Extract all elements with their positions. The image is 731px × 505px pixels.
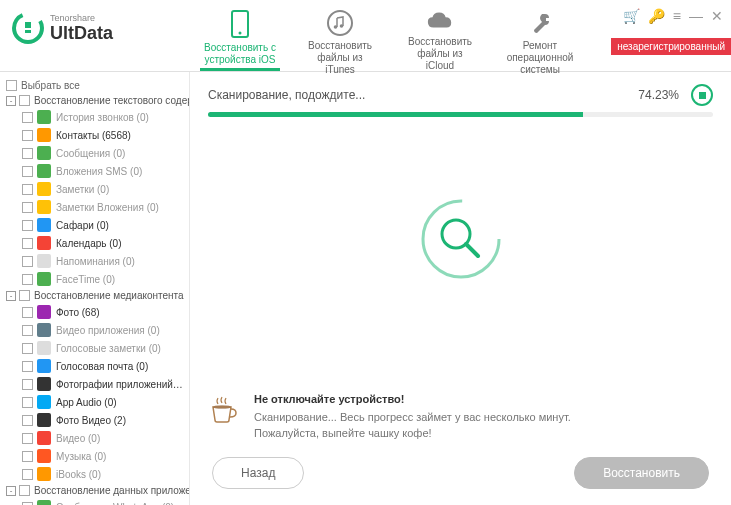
checkbox[interactable] (22, 397, 33, 408)
sidebar-item[interactable]: Заметки Вложения (0) (4, 198, 185, 216)
checkbox[interactable] (22, 148, 33, 159)
tab-ios-device[interactable]: Восстановить с устройства iOS (190, 0, 290, 71)
svg-rect-2 (25, 30, 31, 33)
item-icon (37, 413, 51, 427)
checkbox[interactable] (22, 379, 33, 390)
close-button[interactable]: ✕ (711, 8, 723, 24)
sidebar-item[interactable]: Голосовые заметки (0) (4, 339, 185, 357)
sidebar-item[interactable]: Календарь (0) (4, 234, 185, 252)
minimize-button[interactable]: — (689, 8, 703, 24)
checkbox[interactable] (22, 184, 33, 195)
category-header[interactable]: -Восстановление текстового содержа (4, 93, 185, 108)
header: Tenorshare UltData Восстановить с устрой… (0, 0, 731, 72)
product-label: UltData (50, 23, 113, 44)
checkbox[interactable] (22, 433, 33, 444)
item-icon (37, 164, 51, 178)
coffee-icon (208, 395, 240, 423)
checkbox[interactable] (22, 202, 33, 213)
sidebar-item[interactable]: Вложения SMS (0) (4, 162, 185, 180)
checkbox[interactable] (22, 343, 33, 354)
message-title: Не отключайте устройство! (254, 391, 571, 407)
item-label: Вложения SMS (0) (56, 166, 142, 177)
item-icon (37, 200, 51, 214)
item-icon (37, 218, 51, 232)
sidebar-item[interactable]: FaceTime (0) (4, 270, 185, 288)
cloud-icon (426, 10, 454, 32)
tab-itunes[interactable]: Восстановить файлы из iTunes (290, 0, 390, 71)
expand-icon[interactable]: - (6, 486, 16, 496)
item-icon (37, 467, 51, 481)
item-icon (37, 146, 51, 160)
logo-icon (12, 12, 44, 44)
sidebar-item[interactable]: Голосовая почта (0) (4, 357, 185, 375)
svg-point-8 (423, 201, 499, 277)
item-label: Видео приложения (0) (56, 325, 160, 336)
sidebar-item[interactable]: App Audio (0) (4, 393, 185, 411)
category-header[interactable]: -Восстановление данных приложений (4, 483, 185, 498)
scan-status: Сканирование, подождите... (208, 88, 626, 102)
checkbox[interactable] (22, 361, 33, 372)
checkbox[interactable] (19, 290, 30, 301)
sidebar-item[interactable]: Сафари (0) (4, 216, 185, 234)
item-icon (37, 449, 51, 463)
checkbox[interactable] (6, 80, 17, 91)
sidebar-item[interactable]: Фотографии приложений (16 (4, 375, 185, 393)
checkbox[interactable] (22, 415, 33, 426)
expand-icon[interactable]: - (6, 96, 16, 106)
select-all-row[interactable]: Выбрать все (4, 78, 185, 93)
sidebar-item[interactable]: Фото Видео (2) (4, 411, 185, 429)
sidebar-item[interactable]: Напоминания (0) (4, 252, 185, 270)
logo: Tenorshare UltData (0, 0, 190, 44)
key-icon[interactable]: 🔑 (648, 8, 665, 24)
sidebar[interactable]: Выбрать все -Восстановление текстового с… (0, 72, 190, 505)
item-label: Заметки Вложения (0) (56, 202, 159, 213)
item-label: Голосовая почта (0) (56, 361, 148, 372)
checkbox[interactable] (19, 485, 30, 496)
checkbox[interactable] (22, 274, 33, 285)
checkbox[interactable] (22, 307, 33, 318)
item-icon (37, 323, 51, 337)
sidebar-item[interactable]: История звонков (0) (4, 108, 185, 126)
sidebar-item[interactable]: Сообщения WhatsApp (0) (4, 498, 185, 505)
main-panel: Сканирование, подождите... 74.23% Не отк… (190, 72, 731, 505)
checkbox[interactable] (22, 325, 33, 336)
checkbox[interactable] (22, 166, 33, 177)
item-label: FaceTime (0) (56, 274, 115, 285)
item-icon (37, 500, 51, 505)
checkbox[interactable] (22, 502, 33, 506)
sidebar-item[interactable]: Заметки (0) (4, 180, 185, 198)
checkbox[interactable] (22, 451, 33, 462)
checkbox[interactable] (22, 130, 33, 141)
sidebar-item[interactable]: Видео (0) (4, 429, 185, 447)
svg-rect-1 (25, 22, 31, 28)
checkbox[interactable] (19, 95, 30, 106)
item-label: Фото (68) (56, 307, 100, 318)
menu-icon[interactable]: ≡ (673, 8, 681, 24)
checkbox[interactable] (22, 220, 33, 231)
progress-bar (208, 112, 713, 117)
checkbox[interactable] (22, 469, 33, 480)
sidebar-item[interactable]: Видео приложения (0) (4, 321, 185, 339)
expand-icon[interactable]: - (6, 291, 16, 301)
cart-icon[interactable]: 🛒 (623, 8, 640, 24)
magnifier-icon (416, 194, 506, 284)
svg-line-10 (466, 244, 478, 256)
recover-button[interactable]: Восстановить (574, 457, 709, 489)
item-label: Сообщения (0) (56, 148, 125, 159)
sidebar-item[interactable]: iBooks (0) (4, 465, 185, 483)
tab-icloud[interactable]: Восстановить файлы из iCloud (390, 0, 490, 71)
sidebar-item[interactable]: Контакты (6568) (4, 126, 185, 144)
checkbox[interactable] (22, 238, 33, 249)
checkbox[interactable] (22, 112, 33, 123)
sidebar-item[interactable]: Фото (68) (4, 303, 185, 321)
tab-repair[interactable]: Ремонт операционной системы (490, 0, 590, 71)
sidebar-item[interactable]: Музыка (0) (4, 447, 185, 465)
back-button[interactable]: Назад (212, 457, 304, 489)
checkbox[interactable] (22, 256, 33, 267)
stop-button[interactable] (691, 84, 713, 106)
category-header[interactable]: -Восстановление медиаконтента (4, 288, 185, 303)
message-line2: Пожалуйста, выпейте чашку кофе! (254, 425, 571, 441)
message-line1: Сканирование... Весь прогресс займет у в… (254, 409, 571, 425)
item-label: Фотографии приложений (16 (56, 379, 185, 390)
sidebar-item[interactable]: Сообщения (0) (4, 144, 185, 162)
